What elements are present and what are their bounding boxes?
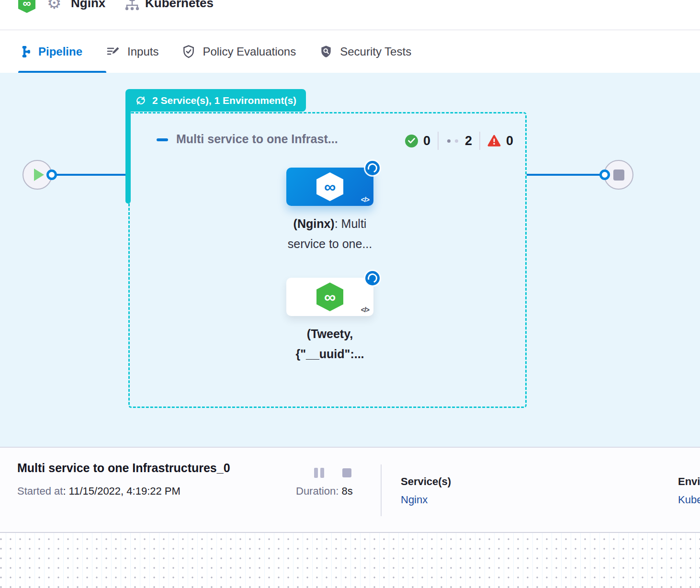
shield-check-icon <box>182 45 195 58</box>
environments-link[interactable]: Kubernetes <box>678 494 700 506</box>
environments-column: Environment(s) Kubernetes <box>678 475 700 506</box>
duration-label: Duration: <box>296 485 339 497</box>
services-label: Service(s) <box>401 475 525 488</box>
tab-policy-evaluations-label: Policy Evaluations <box>203 45 296 58</box>
tab-security-tests[interactable]: Security Tests <box>320 30 411 73</box>
execution-title: Multi service to one Infrastructures_0 <box>17 461 230 475</box>
connector-port-end <box>599 170 610 180</box>
started-at-row: Started at: 11/15/2022, 4:19:22 PM <box>17 485 181 498</box>
tab-inputs-label: Inputs <box>127 45 158 58</box>
stage-group-badge[interactable]: 2 Service(s), 1 Environment(s) <box>125 89 306 112</box>
abort-button[interactable] <box>342 468 351 477</box>
tab-bar: Pipeline Inputs Policy Evaluations <box>0 30 700 73</box>
gear-icon: ⚙ <box>47 0 61 12</box>
pipeline-canvas[interactable]: 2 Service(s), 1 Environment(s) Multi ser… <box>0 73 700 447</box>
duration-value: 8s <box>339 485 352 497</box>
footer-divider <box>381 464 382 516</box>
code-icon: </> <box>361 306 369 314</box>
inputs-icon <box>106 45 120 58</box>
running-spinner-icon <box>365 271 380 285</box>
tab-inputs[interactable]: Inputs <box>106 30 158 73</box>
pause-button[interactable] <box>314 468 326 478</box>
duration-row: Duration: 8s <box>296 485 353 498</box>
services-link[interactable]: Nginx <box>401 494 525 506</box>
started-at-label: Started at <box>17 485 63 497</box>
shield-search-icon <box>320 45 332 58</box>
tab-pipeline[interactable]: Pipeline <box>18 30 82 73</box>
tab-security-tests-label: Security Tests <box>340 45 411 58</box>
harness-hexagon-icon: ∞ <box>316 283 343 311</box>
play-icon <box>34 169 44 181</box>
service-node-nginx[interactable]: ∞ </> <box>286 168 373 206</box>
connector-port-start <box>46 170 57 180</box>
stage-group-badge-label: 2 Service(s), 1 Environment(s) <box>152 95 296 106</box>
stop-icon <box>613 170 624 181</box>
started-at-value: : 11/15/2022, 4:19:22 PM <box>63 485 180 497</box>
environment-name-label: Kubernetes <box>145 0 214 11</box>
tab-policy-evaluations[interactable]: Policy Evaluations <box>182 30 296 73</box>
kubernetes-icon <box>124 0 140 11</box>
console-grid-area[interactable] <box>0 532 700 588</box>
code-icon: </> <box>361 196 369 204</box>
service-name-label: Nginx <box>71 0 105 11</box>
services-column: Service(s) Nginx <box>401 475 525 506</box>
loop-icon <box>135 95 147 106</box>
running-spinner-icon <box>365 161 380 175</box>
stage-group-boundary <box>128 112 527 408</box>
service-node-tweety[interactable]: ∞ </> <box>286 278 373 316</box>
stage-group-left-bar <box>125 110 131 204</box>
environments-label: Environment(s) <box>678 475 700 488</box>
connector-line-start <box>52 174 128 176</box>
harness-service-icon: ∞ <box>18 0 35 13</box>
connector-line-end <box>527 174 605 176</box>
harness-hexagon-icon: ∞ <box>316 172 343 201</box>
tab-pipeline-label: Pipeline <box>38 45 82 58</box>
execution-summary-bar: Multi service to one Infrastructures_0 S… <box>0 447 700 532</box>
pipeline-execution-page: ∞ ⚙ Nginx Kubernetes <box>0 0 700 588</box>
pipeline-icon <box>18 45 31 58</box>
breadcrumb-bar: ∞ ⚙ Nginx Kubernetes <box>0 0 700 30</box>
